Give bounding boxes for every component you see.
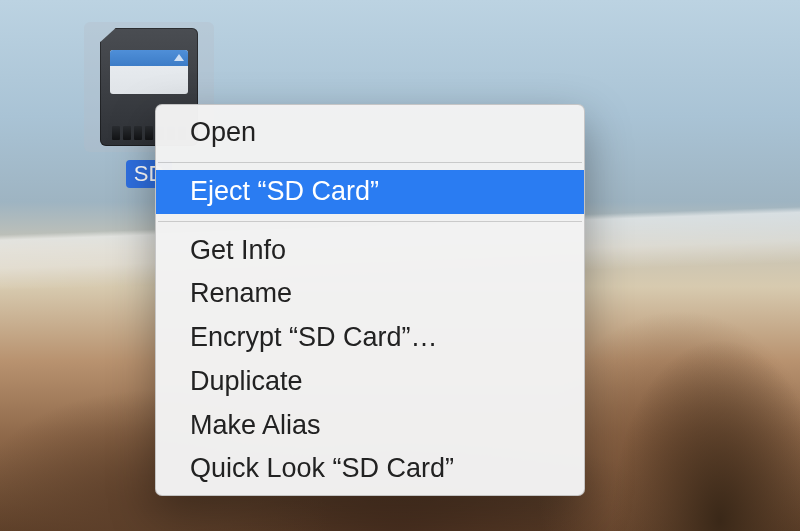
menu-item-rename[interactable]: Rename (156, 272, 584, 316)
menu-item-get-info[interactable]: Get Info (156, 229, 584, 273)
menu-item-duplicate[interactable]: Duplicate (156, 360, 584, 404)
menu-item-encrypt[interactable]: Encrypt “SD Card”… (156, 316, 584, 360)
menu-item-open[interactable]: Open (156, 111, 584, 155)
menu-item-make-alias[interactable]: Make Alias (156, 404, 584, 448)
menu-separator (158, 162, 582, 163)
context-menu: Open Eject “SD Card” Get Info Rename Enc… (155, 104, 585, 496)
menu-item-quick-look[interactable]: Quick Look “SD Card” (156, 447, 584, 491)
menu-separator (158, 221, 582, 222)
menu-item-eject[interactable]: Eject “SD Card” (156, 170, 584, 214)
